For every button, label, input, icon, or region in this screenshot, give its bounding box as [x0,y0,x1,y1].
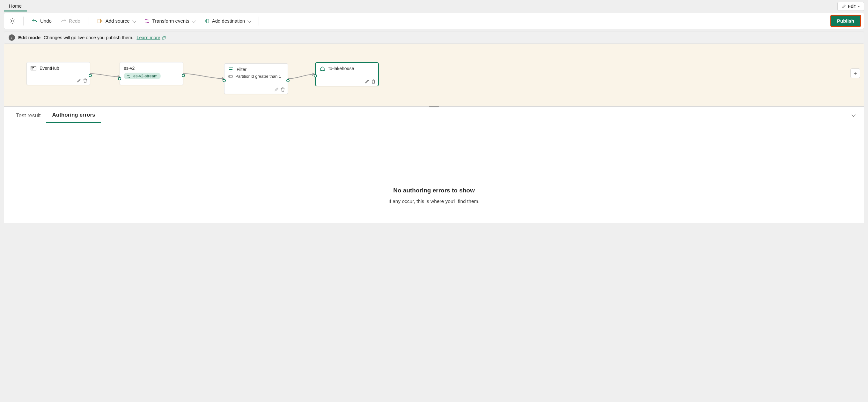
chip-label: es-v2-stream [133,74,158,78]
add-source-button[interactable]: Add source [95,17,138,25]
info-icon: i [9,34,15,41]
trash-icon[interactable] [371,79,376,84]
pencil-icon[interactable] [76,78,81,83]
bottom-panel: Test result Authoring errors No authorin… [4,106,864,223]
lakehouse-icon [319,66,325,71]
node-title: EventHub [39,66,59,71]
port-out[interactable] [182,74,185,77]
port-out[interactable] [286,79,289,82]
info-bar: i Edit mode Changes will go live once yo… [4,32,864,44]
canvas[interactable]: EventHub es-v2 es-v2-stream [4,44,864,106]
redo-icon [61,18,66,24]
connector [183,72,226,81]
pencil-icon [841,4,846,9]
empty-state: No authoring errors to show If any occur… [4,123,864,223]
add-source-label: Add source [105,18,130,24]
svg-rect-5 [229,75,232,77]
svg-rect-4 [32,68,33,69]
divider [23,16,24,26]
node-subtitle: PartitionId greater than 1 [235,74,281,79]
toolbar: Undo Redo Add source Transform events Ad… [4,13,864,29]
node-filter[interactable]: Filter PartitionId greater than 1 [224,63,288,94]
info-message: Changes will go live once you publish th… [44,35,133,40]
condition-icon [228,74,233,78]
svg-rect-1 [31,66,36,70]
add-node-button[interactable]: ＋ [850,68,860,78]
port-in[interactable] [118,77,121,80]
stream-chip: es-v2-stream [124,73,161,79]
empty-subtitle: If any occur, this is where you'll find … [10,198,858,204]
eventhub-icon [31,66,36,70]
node-eventhub[interactable]: EventHub [27,62,90,85]
port-in[interactable] [314,74,317,77]
info-label: Edit mode [18,35,40,40]
pencil-icon[interactable] [365,79,369,84]
edit-button[interactable]: Edit [837,2,864,11]
add-destination-icon [204,18,210,24]
divider [89,16,89,26]
node-title: es-v2 [124,66,134,71]
tab-test-result[interactable]: Test result [10,107,46,123]
resize-handle[interactable] [429,106,439,107]
undo-icon [32,18,38,24]
svg-rect-3 [33,67,34,68]
chevron-down-icon [247,18,250,24]
svg-point-0 [11,20,13,22]
node-title: to-lakehouse [329,66,354,71]
connector [90,72,122,78]
trash-icon[interactable] [281,87,285,92]
transform-events-button[interactable]: Transform events [142,17,197,25]
port-out[interactable] [89,74,92,77]
caret-down-icon [858,6,860,7]
trash-icon[interactable] [83,78,87,83]
add-destination-button[interactable]: Add destination [201,17,253,25]
connector [288,73,317,82]
transform-label: Transform events [152,18,189,24]
tab-home[interactable]: Home [4,1,27,11]
transform-icon [144,18,150,24]
publish-button[interactable]: Publish [831,15,861,27]
bottom-tabbar: Test result Authoring errors [4,107,864,123]
add-destination-label: Add destination [212,18,245,24]
redo-button: Redo [58,17,83,25]
collapse-chevron-icon[interactable] [852,112,855,118]
plus-connector-line [855,78,855,106]
redo-label: Redo [69,18,80,24]
add-source-icon [97,18,103,24]
edit-button-label: Edit [848,4,856,9]
external-link-icon [162,36,166,40]
learn-more-link[interactable]: Learn more [136,35,165,40]
filter-icon [228,67,234,72]
learn-more-label: Learn more [136,35,160,40]
port-in[interactable] [223,79,226,82]
gear-icon[interactable] [7,17,18,25]
undo-label: Undo [40,18,52,24]
node-stream[interactable]: es-v2 es-v2-stream [120,62,183,85]
chevron-down-icon [132,18,135,24]
tab-authoring-errors[interactable]: Authoring errors [46,107,101,123]
node-destination[interactable]: to-lakehouse [315,62,379,86]
chevron-down-icon [192,18,195,24]
svg-rect-2 [32,67,33,68]
node-title: Filter [237,67,247,72]
empty-title: No authoring errors to show [10,187,858,194]
undo-button[interactable]: Undo [29,17,54,25]
pencil-icon[interactable] [274,87,279,92]
